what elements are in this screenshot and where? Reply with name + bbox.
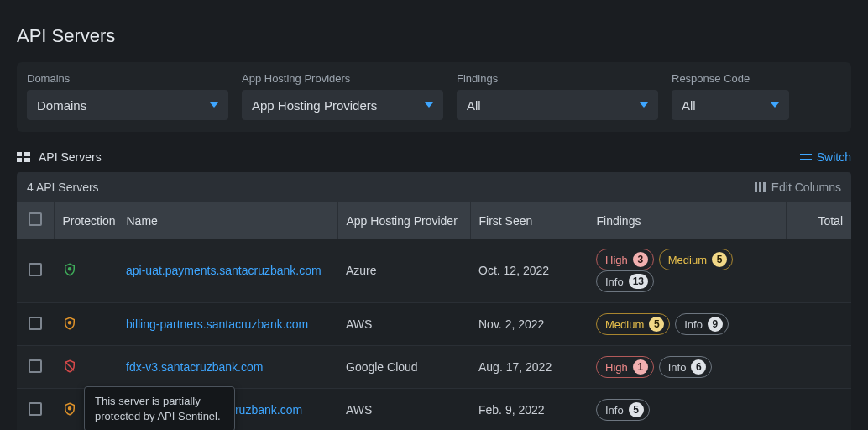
chevron-down-icon	[640, 102, 648, 108]
filter-value: Domains	[37, 98, 86, 113]
grid-icon	[17, 152, 30, 162]
seen-cell: Feb. 9, 2022	[470, 389, 588, 431]
total-cell	[786, 303, 851, 346]
total-cell	[786, 239, 851, 303]
protection-tooltip: This server is partially protected by AP…	[84, 386, 235, 430]
table-row: api-uat.payments.santacruzbank.com Azure…	[17, 239, 851, 303]
svg-point-1	[69, 321, 71, 323]
badge-label: Info	[605, 404, 624, 417]
page-title: API Servers	[0, 0, 868, 62]
badge-label: Info	[605, 275, 624, 288]
row-checkbox[interactable]	[29, 317, 42, 330]
badge-label: Info	[668, 361, 687, 374]
col-protection[interactable]: Protection	[54, 202, 118, 239]
server-name-link[interactable]: api-uat.payments.santacruzbank.com	[126, 264, 322, 277]
section-label: API Servers	[39, 150, 102, 164]
chevron-down-icon	[771, 102, 779, 108]
table-header-bar: 4 API Servers Edit Columns	[17, 172, 851, 202]
badge-count: 3	[633, 252, 648, 267]
filter-label: Response Code	[672, 72, 789, 85]
filter-hosting: App Hosting Providers App Hosting Provid…	[242, 72, 443, 120]
filter-findings: Findings All	[457, 72, 658, 120]
table-row: billing-partners.santacruzbank.com AWS N…	[17, 303, 851, 346]
seen-cell: Nov. 2, 2022	[470, 303, 588, 346]
section-bar: API Servers Switch	[0, 132, 868, 172]
row-checkbox[interactable]	[29, 359, 42, 373]
row-checkbox[interactable]	[29, 402, 42, 416]
findings-cell: Medium 5 Info 9	[588, 303, 786, 346]
select-all-checkbox[interactable]	[29, 212, 42, 226]
badge-label: Medium	[605, 318, 644, 331]
filter-label: App Hosting Providers	[242, 72, 443, 85]
row-checkbox[interactable]	[29, 263, 42, 276]
finding-badge-info[interactable]: Info 5	[596, 399, 650, 421]
badge-count: 5	[712, 252, 727, 267]
shield-icon	[62, 401, 77, 417]
total-cell	[786, 346, 851, 389]
svg-point-3	[69, 406, 71, 409]
host-cell: AWS	[337, 389, 470, 431]
col-seen[interactable]: First Seen	[470, 202, 588, 239]
col-total[interactable]: Total	[786, 202, 851, 239]
findings-cell: Info 5	[588, 389, 786, 431]
filter-response: Response Code All	[672, 72, 789, 120]
server-name-link[interactable]: billing-partners.santacruzbank.com	[126, 317, 308, 331]
badge-count: 13	[629, 274, 648, 289]
badge-count: 9	[708, 317, 723, 332]
table-head-row: Protection Name App Hosting Provider Fir…	[17, 202, 851, 239]
host-cell: Google Cloud	[337, 346, 470, 389]
col-findings[interactable]: Findings	[588, 202, 786, 239]
edit-columns-label: Edit Columns	[771, 181, 841, 194]
badge-count: 5	[649, 317, 664, 332]
badge-count: 5	[629, 402, 644, 417]
chevron-down-icon	[425, 102, 433, 108]
filter-domains: Domains Domains	[27, 72, 228, 120]
finding-badge-info[interactable]: Info 13	[596, 270, 654, 292]
badge-label: Medium	[668, 254, 707, 266]
finding-badge-high[interactable]: High 3	[596, 249, 654, 270]
svg-point-0	[69, 267, 71, 270]
filter-value: All	[682, 98, 696, 113]
edit-columns-button[interactable]: Edit Columns	[755, 181, 841, 194]
section-title: API Servers	[17, 150, 102, 164]
switch-view-link[interactable]: Switch	[800, 150, 851, 164]
finding-badge-high[interactable]: High 1	[596, 356, 654, 378]
switch-label: Switch	[817, 150, 851, 164]
columns-icon	[755, 182, 766, 192]
col-name[interactable]: Name	[118, 202, 337, 239]
filter-value: App Hosting Providers	[252, 98, 377, 113]
filter-label: Domains	[27, 72, 228, 85]
swap-icon	[800, 151, 812, 163]
row-count: 4 API Servers	[27, 181, 99, 194]
col-checkbox	[17, 202, 54, 239]
shield-icon	[62, 315, 77, 332]
shield-icon	[62, 261, 77, 278]
seen-cell: Aug. 17, 2022	[470, 346, 588, 389]
filter-label: Findings	[457, 72, 658, 85]
seen-cell: Oct. 12, 2022	[470, 239, 588, 303]
findings-cell: High 3 Medium 5 Info 13	[588, 239, 786, 303]
badge-label: High	[605, 361, 628, 374]
badge-count: 1	[633, 359, 648, 375]
filter-select-response[interactable]: All	[672, 90, 789, 120]
findings-cell: High 1 Info 6	[588, 346, 786, 389]
host-cell: AWS	[337, 303, 470, 346]
badge-count: 6	[691, 359, 706, 375]
col-host[interactable]: App Hosting Provider	[337, 202, 470, 239]
finding-badge-medium[interactable]: Medium 5	[659, 249, 733, 270]
shield-icon	[62, 358, 77, 375]
finding-badge-info[interactable]: Info 9	[675, 313, 729, 335]
filter-bar: Domains Domains App Hosting Providers Ap…	[17, 62, 851, 132]
finding-badge-medium[interactable]: Medium 5	[596, 313, 670, 335]
badge-label: High	[605, 254, 628, 266]
chevron-down-icon	[210, 102, 218, 108]
filter-select-hosting[interactable]: App Hosting Providers	[242, 90, 443, 120]
filter-value: All	[467, 98, 481, 113]
badge-label: Info	[684, 318, 703, 331]
finding-badge-info[interactable]: Info 6	[659, 356, 713, 378]
filter-select-domains[interactable]: Domains	[27, 90, 228, 120]
server-name-link[interactable]: fdx-v3.santacruzbank.com	[126, 360, 263, 374]
table-row: fdx-v3.santacruzbank.com Google Cloud Au…	[17, 346, 851, 389]
filter-select-findings[interactable]: All	[457, 90, 658, 120]
total-cell	[786, 389, 851, 431]
